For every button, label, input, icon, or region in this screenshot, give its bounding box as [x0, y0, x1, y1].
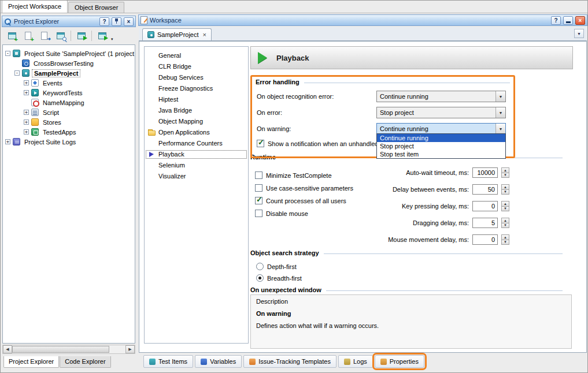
dropdown-option-stop-test-item[interactable]: Stop test item [377, 150, 505, 158]
dropdown-arrow-icon[interactable]: ▼ [495, 107, 505, 118]
nav-item-freeze-diagnostics[interactable]: Freeze Diagnostics [145, 83, 248, 94]
tree-item-stores[interactable]: + Stores [3, 117, 135, 127]
find-object-button[interactable] [53, 29, 68, 43]
expand-icon[interactable]: + [24, 120, 29, 125]
run-project-button[interactable] [94, 29, 110, 43]
dropdown-arrow-icon[interactable]: ▼ [495, 91, 505, 102]
tree-item-project-suite[interactable]: - Project Suite 'SampleProject' (1 proje… [3, 49, 135, 58]
help-button[interactable]: ? [99, 17, 109, 26]
notification-checkbox-row[interactable]: ✓ Show a notification when an unhandled … [257, 139, 386, 148]
checkbox-unchecked-icon[interactable] [255, 210, 262, 217]
tab-issue-tracking-templates[interactable]: Issue-Tracking Templates [243, 355, 336, 368]
radio-label: Breadth-first [267, 275, 302, 282]
spin-up-button[interactable]: ▲ [501, 234, 509, 240]
new-project-suite-button[interactable]: + [4, 29, 20, 43]
nav-item-debug-services[interactable]: Debug Services [145, 72, 248, 83]
nav-item-open-applications[interactable]: Open Applications [145, 127, 248, 138]
checkbox-checked-icon[interactable]: ✓ [255, 197, 262, 204]
spin-down-button[interactable]: ▼ [501, 207, 509, 212]
nav-item-java-bridge[interactable]: Java Bridge [145, 105, 248, 116]
checkbox-unchecked-icon[interactable] [255, 184, 262, 192]
spin-up-button[interactable]: ▲ [501, 218, 509, 223]
nav-item-performance-counters[interactable]: Performance Counters [145, 138, 248, 149]
spin-up-button[interactable]: ▲ [501, 201, 509, 207]
expand-icon[interactable]: + [5, 139, 10, 144]
expand-icon[interactable]: + [24, 129, 29, 135]
tree-item-keywordtests[interactable]: + KeywordTests [3, 88, 135, 98]
tree-item-project-suite-logs[interactable]: + Project Suite Logs [3, 137, 135, 147]
on-warning-dropdown[interactable]: Continue running ▼ [376, 123, 506, 135]
tab-test-items[interactable]: Test Items [143, 355, 193, 368]
nav-item-general[interactable]: General [145, 50, 248, 61]
tab-project-workspace[interactable]: Project Workspace [2, 0, 68, 13]
dropdown-option-continue-running[interactable]: Continue running [377, 134, 505, 142]
tab-logs[interactable]: Logs [338, 355, 373, 368]
expand-icon[interactable]: + [24, 90, 29, 95]
dropdown-arrow-icon[interactable]: ▼ [495, 124, 505, 134]
checkbox-disable-mouse[interactable]: Disable mouse [255, 209, 353, 218]
tab-list-chevron[interactable]: ▼ [574, 29, 584, 38]
tab-properties[interactable]: Properties [375, 355, 424, 368]
spin-down-button[interactable]: ▼ [501, 223, 509, 229]
help-button[interactable]: ? [551, 16, 561, 25]
radio-depth-first[interactable]: Depth-first [256, 262, 297, 271]
spin-down-button[interactable]: ▼ [501, 173, 509, 178]
expand-icon[interactable]: + [24, 110, 29, 115]
run-project-suite-button[interactable] [73, 29, 89, 43]
spin-down-button[interactable]: ▼ [501, 190, 509, 195]
nav-item-playback[interactable]: Playback [145, 149, 248, 160]
mouse-movement-delay-input[interactable]: 0 [472, 234, 498, 245]
dropdown-option-stop-project[interactable]: Stop project [377, 142, 505, 150]
pin-button[interactable] [112, 17, 121, 26]
collapse-icon[interactable]: - [14, 70, 20, 76]
nav-item-selenium[interactable]: Selenium [145, 160, 248, 171]
scroll-right-button[interactable]: ▶ [125, 345, 135, 353]
radio-selected-icon[interactable] [256, 274, 264, 282]
delay-between-events-input[interactable]: 50 [472, 184, 498, 195]
expand-icon[interactable]: + [24, 80, 29, 85]
tab-variables[interactable]: Variables [195, 355, 242, 368]
tree-item-namemapping[interactable]: NameMapping [3, 98, 135, 107]
nav-item-clr-bridge[interactable]: CLR Bridge [145, 61, 248, 72]
nav-item-hiptest[interactable]: Hiptest [145, 94, 248, 105]
scrollbar-thumb[interactable] [12, 346, 109, 353]
collapse-icon[interactable]: - [5, 51, 10, 56]
minimize-button[interactable] [563, 16, 573, 25]
close-button[interactable]: × [575, 16, 585, 25]
spin-down-button[interactable]: ▼ [501, 240, 509, 245]
close-button[interactable]: × [124, 17, 134, 26]
spin-up-button[interactable]: ▲ [501, 167, 509, 173]
scrollbar-track[interactable] [109, 345, 125, 353]
checkbox-minimize-testcomplete[interactable]: Minimize TestComplete [255, 171, 353, 180]
tree-item-script[interactable]: + Script [3, 107, 135, 117]
tree-item-testedapps[interactable]: + TestedApps [3, 127, 135, 137]
checkbox-case-sensitive-parameters[interactable]: Use case-sensitive parameters [255, 184, 353, 192]
checkbox-count-processes[interactable]: ✓ Count processes of all users [255, 196, 353, 205]
tab-close-icon[interactable]: × [203, 31, 206, 38]
tree-item-sampleproject[interactable]: - SampleProject [3, 68, 135, 78]
spinner-label: Dragging delay, ms: [413, 219, 469, 226]
tab-sampleproject[interactable]: SampleProject × [142, 28, 212, 40]
add-new-project-button[interactable]: + [20, 29, 36, 43]
key-pressing-delay-input[interactable]: 0 [472, 201, 498, 211]
checkbox-unchecked-icon[interactable] [255, 171, 262, 179]
tab-project-explorer[interactable]: Project Explorer [3, 356, 59, 368]
tab-object-browser[interactable]: Object Browser [68, 2, 124, 13]
scroll-left-button[interactable]: ◀ [3, 345, 12, 353]
dragging-delay-input[interactable]: 5 [472, 218, 498, 228]
tree-item-events[interactable]: + Events [3, 78, 135, 88]
radio-unselected-icon[interactable] [256, 263, 264, 270]
auto-wait-timeout-input[interactable]: 10000 [472, 167, 498, 178]
horizontal-scrollbar[interactable]: ◀ ▶ [2, 345, 135, 354]
radio-breadth-first[interactable]: Breadth-first [256, 274, 302, 282]
nav-item-visualizer[interactable]: Visualizer [145, 171, 248, 182]
on-error-dropdown[interactable]: Stop project ▼ [376, 107, 506, 118]
on-object-recognition-error-dropdown[interactable]: Continue running ▼ [376, 91, 506, 102]
nav-item-object-mapping[interactable]: Object Mapping [145, 116, 248, 127]
tab-code-explorer[interactable]: Code Explorer [60, 356, 110, 368]
spin-up-button[interactable]: ▲ [501, 184, 509, 190]
open-file-button[interactable]: ➜ [36, 29, 52, 43]
checkbox-checked-icon[interactable]: ✓ [257, 140, 264, 147]
tree-item-crossbrowsertesting[interactable]: CrossBrowserTesting [3, 58, 135, 68]
toolbar-dropdown-caret[interactable]: ▾ [111, 37, 113, 43]
